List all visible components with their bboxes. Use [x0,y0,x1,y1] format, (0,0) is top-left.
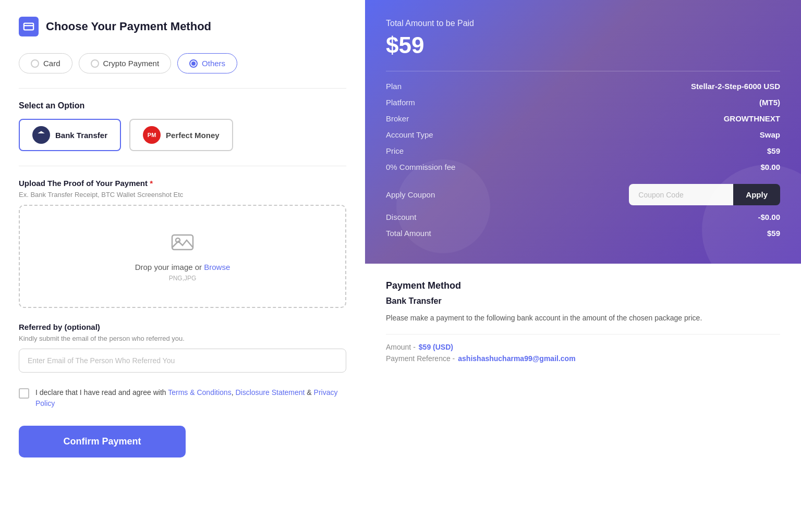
apply-button[interactable]: Apply [733,184,780,205]
coupon-label: Apply Coupon [386,190,435,199]
total-amount: $59 [386,32,780,58]
amount-value: $59 (USD) [419,343,453,351]
terms-link[interactable]: Terms & Conditions [168,388,231,397]
left-panel: Choose Your Payment Method Card Crypto P… [0,0,365,532]
summary-row-value-4: $59 [767,146,780,155]
total-row-value: $59 [767,229,780,238]
payment-tabs: Card Crypto Payment Others [19,53,346,73]
summary-row-label-5: 0% Commission fee [386,163,455,171]
right-panel: Total Amount to be Paid $59 Plan Stellar… [365,0,801,532]
radio-card [31,59,39,68]
summary-row-value-2: GROWTHNEXT [724,114,780,123]
summary-row-value-5: $0.00 [760,163,780,171]
terms-checkbox-row: I declare that I have read and agree wit… [19,387,346,409]
divider-1 [19,88,346,89]
summary-divider [386,71,780,71]
coupon-input[interactable] [629,184,733,205]
summary-row-label-2: Broker [386,114,409,123]
summary-rows: Plan Stellar-2-Step-6000 USD Platform (M… [386,82,780,171]
summary-row-label-0: Plan [386,82,402,91]
svg-rect-2 [172,235,193,250]
ref-label: Payment Reference - [386,354,455,363]
header-icon [19,17,39,36]
payment-method-sub: Bank Transfer [386,296,780,306]
radio-others [189,59,198,68]
amount-row: Amount - $59 (USD) [386,343,780,351]
page-header: Choose Your Payment Method [19,17,346,36]
confirm-payment-button[interactable]: Confirm Payment [19,426,186,457]
summary-row-value-3: Swap [760,130,780,139]
total-row-label: Total Amount [386,229,431,238]
tab-others[interactable]: Others [177,53,237,73]
tab-crypto[interactable]: Crypto Payment [79,53,172,73]
terms-checkbox[interactable] [19,388,29,399]
drop-formats: PNG,JPG [30,275,335,282]
discount-label: Discount [386,213,416,221]
summary-row-0: Plan Stellar-2-Step-6000 USD [386,82,780,91]
ref-row: Payment Reference - ashishashucharma99@g… [386,354,780,363]
option-perfect-money[interactable]: PM Perfect Money [129,119,233,151]
summary-row-2: Broker GROWTHNEXT [386,114,780,123]
summary-row-label-3: Account Type [386,130,433,139]
summary-row-3: Account Type Swap [386,130,780,139]
upload-hint: Ex. Bank Transfer Receipt, BTC Wallet Sc… [19,191,346,199]
radio-crypto [91,59,99,68]
page-title: Choose Your Payment Method [46,20,211,33]
amount-label: Amount - [386,343,416,351]
summary-row-5: 0% Commission fee $0.00 [386,163,780,171]
summary-row-value-1: (MT5) [759,98,780,107]
upload-label: Upload The Proof of Your Payment * [19,179,346,188]
pm-icon: PM [143,126,161,144]
summary-row-value-0: Stellar-2-Step-6000 USD [691,82,780,91]
discount-value: -$0.00 [758,213,780,221]
total-label: Total Amount to be Paid [386,19,780,28]
tab-card[interactable]: Card [19,53,72,73]
tab-crypto-label: Crypto Payment [103,59,160,68]
bank-transfer-label: Bank Transfer [55,131,107,140]
summary-row-4: Price $59 [386,146,780,155]
referred-input[interactable] [19,349,346,373]
option-bank-transfer[interactable]: Bank Transfer [19,119,121,151]
select-option-label: Select an Option [19,101,346,110]
drop-text: Drop your image or Browse [30,263,335,271]
upload-section: Upload The Proof of Your Payment * Ex. B… [19,179,346,308]
referred-hint: Kindly submit the email of the person wh… [19,335,346,342]
svg-rect-0 [24,23,33,30]
order-summary: Total Amount to be Paid $59 Plan Stellar… [365,0,801,264]
browse-link[interactable]: Browse [204,263,230,271]
summary-row-1: Platform (MT5) [386,98,780,107]
coupon-row: Apply Coupon Apply [386,184,780,205]
discount-row: Discount -$0.00 [386,213,780,221]
payment-card-divider [386,334,780,335]
tab-others-label: Others [202,59,225,68]
coupon-input-group: Apply [629,184,780,205]
tab-card-label: Card [43,59,60,68]
summary-row-label-1: Platform [386,98,415,107]
bank-icon [32,126,50,144]
summary-row-label-4: Price [386,146,404,155]
payment-info-card: Payment Method Bank Transfer Please make… [365,264,801,532]
upload-dropzone[interactable]: Drop your image or Browse PNG,JPG [19,205,346,308]
option-buttons: Bank Transfer PM Perfect Money [19,119,346,151]
divider-2 [19,166,346,166]
payment-method-desc: Please make a payment to the following b… [386,312,780,324]
perfect-money-label: Perfect Money [166,131,220,140]
required-asterisk: * [150,179,153,188]
total-row: Total Amount $59 [386,229,780,238]
referred-label: Referred by (optional) [19,323,346,331]
image-icon [30,231,335,256]
ref-value: ashishashucharma99@gmail.com [458,354,575,363]
terms-text: I declare that I have read and agree wit… [35,387,346,409]
payment-method-title: Payment Method [386,280,780,291]
referred-section: Referred by (optional) Kindly submit the… [19,323,346,373]
disclosure-link[interactable]: Disclosure Statement [235,388,305,397]
